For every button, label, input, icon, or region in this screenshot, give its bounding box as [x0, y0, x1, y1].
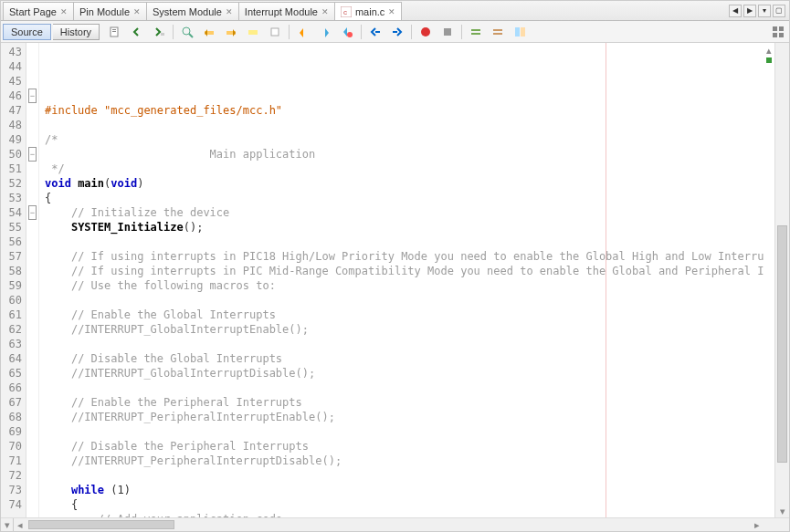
svg-rect-4 — [112, 31, 116, 32]
code-line[interactable]: // Enable the Peripheral Interrupts — [45, 395, 764, 410]
code-line[interactable]: // Disable the Peripheral Interrupts — [45, 439, 764, 454]
find-next-icon — [225, 26, 237, 38]
code-area[interactable]: #include "mcc_generated_files/mcc.h" /* … — [39, 43, 764, 517]
fold-cell — [26, 118, 38, 132]
fold-cell — [26, 366, 38, 381]
line-number: 60 — [1, 293, 26, 308]
code-line[interactable]: */ — [45, 162, 764, 176]
fold-toggle[interactable]: − — [28, 147, 37, 162]
code-line[interactable]: // Add your application code — [45, 512, 764, 517]
scrollbar-thumb[interactable] — [777, 225, 787, 463]
code-line[interactable] — [45, 235, 764, 249]
close-icon[interactable]: ✕ — [133, 7, 141, 16]
code-line[interactable] — [45, 424, 764, 439]
fold-cell — [26, 45, 38, 59]
code-line[interactable]: /* — [45, 132, 764, 147]
c-file-icon: c — [341, 6, 352, 17]
code-line[interactable]: //INTERRUPT_GlobalInterruptEnable(); — [45, 322, 764, 337]
code-line[interactable]: { — [45, 497, 764, 512]
forward-button[interactable] — [149, 24, 169, 40]
prev-bookmark-icon — [297, 26, 310, 38]
forward-icon — [153, 27, 165, 37]
close-icon[interactable]: ✕ — [388, 7, 395, 16]
code-line[interactable]: #include "mcc_generated_files/mcc.h" — [45, 103, 764, 118]
code-line[interactable]: // Enable the Global Interrupts — [45, 308, 764, 322]
tab-main-c[interactable]: cmain.c✕ — [334, 2, 402, 20]
hscroll-left[interactable]: ◂ — [14, 518, 26, 531]
tab-interrupt-module[interactable]: Interrupt Module✕ — [238, 2, 335, 20]
toolbar-grid-icon[interactable] — [769, 24, 787, 40]
tab-start-page[interactable]: Start Page✕ — [3, 2, 74, 20]
next-bookmark-button[interactable] — [315, 24, 335, 40]
code-line[interactable]: // Initialize the device — [45, 205, 764, 220]
code-line[interactable] — [45, 468, 764, 483]
line-number: 63 — [1, 337, 26, 351]
record-macro-icon — [419, 26, 432, 38]
code-line[interactable]: void main(void) — [45, 176, 764, 191]
close-icon[interactable]: ✕ — [226, 7, 233, 16]
scroll-down-icon[interactable]: ▾ — [775, 506, 789, 517]
close-icon[interactable]: ✕ — [321, 7, 329, 16]
code-line[interactable]: { — [45, 191, 764, 205]
svg-rect-5 — [161, 33, 164, 36]
view-history-button[interactable]: History — [53, 24, 100, 40]
tab-system-module[interactable]: System Module✕ — [146, 2, 239, 20]
find-selection-button[interactable] — [177, 24, 197, 40]
split-handle[interactable]: ▾ — [1, 518, 14, 531]
back-button[interactable] — [127, 24, 147, 40]
code-line[interactable]: // If using interrupts in PIC18 High/Low… — [45, 249, 764, 264]
svg-rect-19 — [493, 29, 502, 31]
code-line[interactable]: while (1) — [45, 483, 764, 497]
hscroll-thumb[interactable] — [28, 520, 174, 529]
find-prev-button[interactable] — [199, 24, 219, 40]
toggle-bookmark-button[interactable] — [265, 24, 285, 40]
hscroll-right[interactable]: ▸ — [751, 518, 764, 531]
toggle-highlight-button[interactable] — [243, 24, 263, 40]
uncomment-button[interactable] — [488, 24, 508, 40]
record-macro-button[interactable] — [416, 24, 436, 40]
vertical-scrollbar[interactable]: ▾ — [774, 43, 789, 517]
tab-scroll-left[interactable]: ◀ — [729, 5, 742, 17]
tab-list-dropdown[interactable]: ▾ — [758, 5, 771, 17]
fold-cell — [26, 483, 38, 497]
minimap-marker[interactable] — [766, 57, 772, 63]
view-source-button[interactable]: Source — [3, 24, 51, 40]
code-line[interactable] — [45, 337, 764, 351]
close-icon[interactable]: ✕ — [60, 7, 68, 16]
fold-toggle[interactable]: − — [28, 89, 37, 103]
shift-right-button[interactable] — [387, 24, 407, 40]
code-line[interactable] — [45, 118, 764, 132]
prev-bookmark-button[interactable] — [293, 24, 313, 40]
code-line[interactable]: //INTERRUPT_PeripheralInterruptEnable(); — [45, 410, 764, 424]
code-line[interactable] — [45, 293, 764, 308]
code-line[interactable]: //INTERRUPT_PeripheralInterruptDisable()… — [45, 454, 764, 468]
tab-pin-module[interactable]: Pin Module✕ — [73, 2, 147, 20]
shift-left-button[interactable] — [365, 24, 385, 40]
clear-bookmarks-button[interactable] — [337, 24, 357, 40]
fold-toggle[interactable]: − — [28, 205, 37, 220]
code-line[interactable] — [45, 89, 764, 103]
fold-cell — [26, 162, 38, 176]
fold-cell — [26, 454, 38, 468]
hscroll-track[interactable] — [26, 518, 751, 531]
code-line[interactable]: SYSTEM_Initialize(); — [45, 220, 764, 235]
fold-cell — [26, 439, 38, 454]
diff-button[interactable] — [510, 24, 530, 40]
code-line[interactable]: //INTERRUPT_GlobalInterruptDisable(); — [45, 366, 764, 381]
uncomment-icon — [491, 26, 504, 38]
code-line[interactable] — [45, 381, 764, 395]
code-line[interactable]: // If using interrupts in PIC Mid-Range … — [45, 264, 764, 278]
caret-up-icon[interactable]: ▴ — [766, 45, 772, 57]
tab-label: System Module — [153, 6, 222, 17]
find-next-button[interactable] — [221, 24, 241, 40]
code-line[interactable]: Main application — [45, 147, 764, 162]
stop-macro-button[interactable] — [437, 24, 458, 40]
comment-button[interactable] — [466, 24, 486, 40]
code-line[interactable]: // Use the following macros to: — [45, 278, 764, 293]
code-line[interactable]: // Disable the Global Interrupts — [45, 351, 764, 366]
tab-scroll-right[interactable]: ▶ — [743, 5, 756, 17]
line-number: 73 — [1, 483, 26, 497]
maximize-editor[interactable]: ▢ — [773, 5, 785, 17]
svg-rect-24 — [779, 26, 784, 31]
last-edit-button[interactable] — [105, 24, 125, 40]
